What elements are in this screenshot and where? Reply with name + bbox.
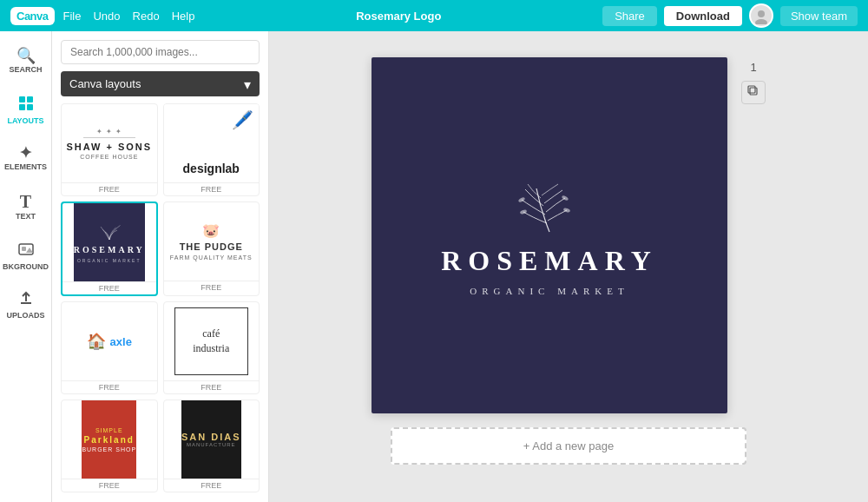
uploads-icon — [17, 289, 35, 309]
sidebar-item-uploads[interactable]: UPLOADS — [3, 281, 49, 327]
add-page-bar[interactable]: + Add a new page — [391, 427, 746, 465]
sidebar-text-label: TEXT — [16, 212, 36, 221]
page-number: 1 — [750, 61, 756, 74]
avatar — [749, 3, 773, 28]
sidebar-layouts-label: LAYOUTS — [7, 116, 43, 125]
sidebar-item-elements[interactable]: ✦ ELEMENTS — [3, 135, 49, 181]
menu-undo[interactable]: Undo — [93, 10, 120, 23]
topbar: Canva File Undo Redo Help Rosemary Logo … — [0, 0, 868, 31]
free-badge: FREE — [164, 479, 260, 492]
svg-rect-14 — [748, 86, 755, 93]
search-input[interactable] — [61, 40, 260, 64]
canva-logo[interactable]: Canva — [10, 7, 55, 25]
sidebar-item-text[interactable]: T TEXT — [3, 184, 49, 229]
herb-illustration — [506, 175, 593, 236]
template-grid: ✦ ✦ ✦ SHAW + SONS COFFEE HOUSE FREE desi… — [61, 103, 260, 492]
template-card-cafe[interactable]: caféindustria FREE — [163, 301, 260, 394]
template-card-axle[interactable]: 🏠 axle FREE — [61, 301, 158, 394]
template-card-pudge[interactable]: 🐷 THE PUDGE FARM QUALITY MEATS FREE — [163, 201, 260, 296]
svg-rect-5 — [27, 104, 33, 110]
page-controls: 1 — [741, 57, 766, 104]
sidebar-item-search[interactable]: 🔍 SEARCH — [3, 38, 49, 83]
logo-content: ROSEMARY ORGANIC MARKET — [441, 175, 658, 296]
sidebar: 🔍 SEARCH LAYOUTS ✦ ELEMENTS T TEXT BKGRO… — [0, 31, 52, 502]
free-badge: FREE — [62, 479, 157, 492]
free-badge: FREE — [164, 182, 260, 195]
sidebar-item-background[interactable]: BKGROUND — [3, 233, 49, 278]
app-body: 🔍 SEARCH LAYOUTS ✦ ELEMENTS T TEXT BKGRO… — [0, 31, 868, 502]
sidebar-search-label: SEARCH — [9, 65, 42, 74]
template-card-sandias[interactable]: SAN DIAS MANUFACTURE FREE — [163, 400, 260, 492]
canvas-page[interactable]: ROSEMARY ORGANIC MARKET — [372, 57, 727, 413]
menu-file[interactable]: File — [63, 10, 82, 23]
elements-icon: ✦ — [19, 145, 32, 161]
search-icon: 🔍 — [16, 48, 36, 63]
menu-redo[interactable]: Redo — [133, 10, 160, 23]
template-card-rosemary[interactable]: ROSEMARY ORGANIC MARKET FREE — [61, 201, 158, 296]
layouts-panel: Canva layouts ✦ ✦ ✦ SHAW + SONS COFFEE H… — [52, 31, 269, 502]
logo-title: ROSEMARY — [441, 245, 658, 277]
free-badge: FREE — [164, 281, 260, 294]
svg-rect-2 — [19, 96, 25, 102]
background-icon — [17, 241, 35, 261]
show-team-button[interactable]: Show team — [780, 6, 858, 26]
page-wrapper: ROSEMARY ORGANIC MARKET 1 — [372, 57, 766, 413]
download-button[interactable]: Download — [664, 6, 742, 26]
topbar-right: Share Download Show team — [602, 3, 858, 28]
svg-point-12 — [562, 195, 569, 201]
text-icon: T — [20, 193, 31, 210]
copy-icon — [747, 85, 760, 97]
layout-dropdown[interactable]: Canva layouts — [61, 71, 260, 96]
free-badge: FREE — [164, 380, 260, 393]
document-title[interactable]: Rosemary Logo — [203, 10, 594, 23]
page-copy-button[interactable] — [741, 81, 766, 104]
svg-point-0 — [758, 10, 765, 17]
svg-point-1 — [755, 19, 767, 24]
canvas-area: ROSEMARY ORGANIC MARKET 1 + Add a new pa… — [269, 31, 868, 502]
logo-subtitle: ORGANIC MARKET — [470, 286, 628, 296]
svg-rect-3 — [27, 96, 33, 102]
svg-rect-7 — [22, 247, 26, 251]
template-card-designlab[interactable]: designlab 🖊️ FREE — [163, 103, 260, 196]
show-team-label: Show team — [791, 10, 847, 23]
svg-rect-4 — [19, 104, 25, 110]
free-badge: FREE — [62, 182, 157, 195]
layouts-icon — [17, 95, 35, 115]
free-badge: FREE — [62, 380, 157, 393]
svg-rect-13 — [750, 88, 757, 95]
sidebar-elements-label: ELEMENTS — [4, 162, 47, 171]
menu-help[interactable]: Help — [172, 10, 195, 23]
template-card-shaw[interactable]: ✦ ✦ ✦ SHAW + SONS COFFEE HOUSE FREE — [61, 103, 158, 196]
template-card-parkland[interactable]: SIMPLE Parkland BURGER SHOP FREE — [61, 400, 158, 492]
sidebar-item-layouts[interactable]: LAYOUTS — [3, 87, 49, 132]
topbar-menu: File Undo Redo Help — [63, 10, 195, 23]
sidebar-bkground-label: BKGROUND — [3, 262, 49, 271]
svg-point-11 — [563, 207, 571, 212]
free-badge: FREE — [62, 281, 156, 294]
share-button[interactable]: Share — [602, 6, 657, 26]
layout-dropdown-wrapper: Canva layouts — [61, 71, 260, 96]
sidebar-uploads-label: UPLOADS — [6, 311, 44, 320]
